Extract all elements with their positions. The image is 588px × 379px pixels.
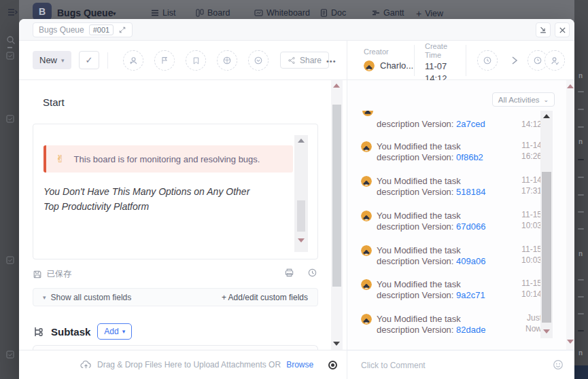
tab-list[interactable]: List — [151, 8, 175, 18]
record-button[interactable] — [328, 361, 337, 369]
scroll-up-arrow[interactable] — [333, 84, 340, 88]
scroll-up-arrow[interactable] — [543, 114, 550, 118]
share-button[interactable]: Share — [280, 52, 329, 69]
scroll-down-arrow[interactable] — [333, 342, 340, 346]
gantt-icon — [372, 9, 380, 17]
chevron-down-icon: ▾ — [113, 10, 116, 17]
attachment-dropzone[interactable]: Drag & Drop Files Here to Upload Attachm… — [19, 350, 347, 379]
version-link[interactable]: 2a7ced — [456, 119, 485, 129]
activity-time: 14:12 — [521, 119, 542, 130]
scrollbar-thumb[interactable] — [297, 200, 305, 232]
checkbox-icon[interactable] — [6, 256, 14, 264]
drag-drop-text: Drag & Drop Files Here to Upload Attachm… — [97, 360, 281, 369]
search-icon[interactable] — [6, 35, 16, 45]
tab-whiteboard[interactable]: Whiteboard — [254, 8, 310, 18]
scroll-down-arrow[interactable] — [543, 329, 550, 333]
checkbox-icon[interactable] — [6, 52, 14, 60]
pane-scrollbar[interactable] — [566, 80, 574, 350]
person-plus-icon — [128, 56, 139, 66]
emoji-icon[interactable] — [553, 359, 564, 370]
checkbox-icon[interactable] — [6, 350, 14, 359]
activity-filter-dropdown[interactable]: All Activities ⌄ — [492, 92, 555, 107]
modal-toolbar: New ▾ ✓ Share — [19, 41, 574, 80]
minimize-button[interactable] — [536, 22, 551, 37]
left-sidebar-strip — [0, 0, 19, 379]
hamburger-menu-icon[interactable] — [7, 7, 18, 18]
detail-scrollbar[interactable] — [331, 80, 343, 350]
divider — [414, 45, 415, 76]
clipped-text: n — [578, 250, 583, 257]
description-text: You Don't Have This Many Options on Any … — [44, 184, 268, 214]
complete-check-button[interactable]: ✓ — [79, 51, 99, 69]
version-link[interactable]: 518184 — [456, 187, 485, 197]
editor-scrollbar[interactable] — [294, 135, 308, 252]
create-date: 11-07 — [425, 61, 447, 72]
activity-time: 11-1417:31 — [521, 175, 542, 196]
browse-link[interactable]: Browse — [286, 360, 313, 369]
sprint-button[interactable] — [217, 50, 237, 71]
checkbox-icon[interactable] — [6, 115, 14, 123]
version-link[interactable]: 0f86b2 — [456, 152, 483, 162]
list-icon — [151, 9, 159, 17]
add-edit-custom-fields-button[interactable]: + Add/edit custom fields — [222, 293, 308, 302]
avatar — [361, 176, 372, 187]
description-editor[interactable]: ✌ This board is for monitoring and resol… — [33, 124, 318, 259]
expand-icon[interactable] — [118, 26, 126, 34]
more-actions-button[interactable]: ••• — [326, 57, 336, 65]
avatar — [362, 111, 373, 117]
share-icon — [288, 56, 296, 65]
version-link[interactable]: 409a06 — [456, 256, 485, 266]
priority-button[interactable] — [154, 50, 175, 71]
comment-bar[interactable]: Click to Comment — [347, 350, 574, 379]
close-button[interactable] — [555, 22, 570, 37]
activity-item: You Modified the taskdescription Version… — [361, 141, 540, 163]
add-subtask-button[interactable]: Add ▾ — [97, 323, 132, 340]
tab-add-view[interactable]: + View — [416, 8, 443, 19]
tab-doc[interactable]: Doc — [320, 8, 346, 18]
watcher-button[interactable] — [544, 50, 565, 71]
space-title[interactable]: Bugs Queue — [57, 7, 113, 18]
print-button[interactable] — [284, 268, 294, 278]
sphere-icon — [222, 56, 232, 65]
status-new-button[interactable]: New ▾ — [33, 51, 71, 69]
version-button[interactable] — [248, 50, 269, 71]
comment-placeholder: Click to Comment — [361, 361, 426, 370]
chevron-right-icon[interactable] — [510, 55, 519, 66]
tab-board[interactable]: Board — [196, 8, 230, 18]
activity-scrollbar[interactable] — [540, 111, 553, 338]
version-link[interactable]: 67d066 — [456, 221, 485, 232]
saved-label: 已保存 — [47, 268, 71, 280]
scroll-down-arrow[interactable] — [567, 340, 574, 344]
activity-time: 11-1510:14 — [521, 278, 542, 300]
scroll-up-arrow[interactable] — [298, 139, 305, 143]
space-logo: B — [33, 3, 52, 20]
scroll-up-arrow[interactable] — [567, 84, 574, 88]
creator-value[interactable]: Charlo... — [364, 60, 413, 71]
cloud-upload-icon — [80, 360, 92, 369]
tag-button[interactable] — [186, 50, 206, 71]
subtask-input-sliver[interactable] — [33, 345, 318, 350]
subtask-title: Subtask — [51, 326, 90, 338]
subtask-tree-icon — [33, 326, 44, 338]
activity-time: 11-1510:03 — [521, 244, 542, 266]
version-link[interactable]: 9a2c71 — [456, 290, 485, 300]
chevron-down-icon: ▾ — [61, 57, 65, 64]
clipped-text: n — [578, 138, 583, 145]
scroll-down-arrow[interactable] — [298, 238, 305, 242]
tab-gantt[interactable]: Gantt — [372, 8, 404, 18]
breadcrumb-list-name[interactable]: Bugs Queue — [39, 25, 84, 35]
assignee-button[interactable] — [123, 50, 143, 71]
scrollbar-thumb[interactable] — [332, 105, 341, 287]
version-link[interactable]: 82dade — [456, 325, 485, 335]
time-tracking-button[interactable] — [477, 50, 498, 71]
show-custom-fields-toggle[interactable]: ▾ Show all custom fields — [43, 293, 131, 302]
activity-item: You Modified the taskdescription Version… — [361, 176, 540, 198]
history-button[interactable] — [307, 268, 317, 278]
scrollbar-thumb[interactable] — [542, 172, 551, 323]
task-id-badge[interactable]: #001 — [89, 24, 114, 35]
modal-body: Start ✌ This board is for monitoring and… — [19, 80, 574, 350]
avatar — [361, 314, 372, 325]
create-time-label: Create Time — [425, 42, 447, 60]
create-clock: 14:12 — [425, 73, 447, 80]
activity-item: You Modified the taskdescription Version… — [361, 314, 540, 336]
